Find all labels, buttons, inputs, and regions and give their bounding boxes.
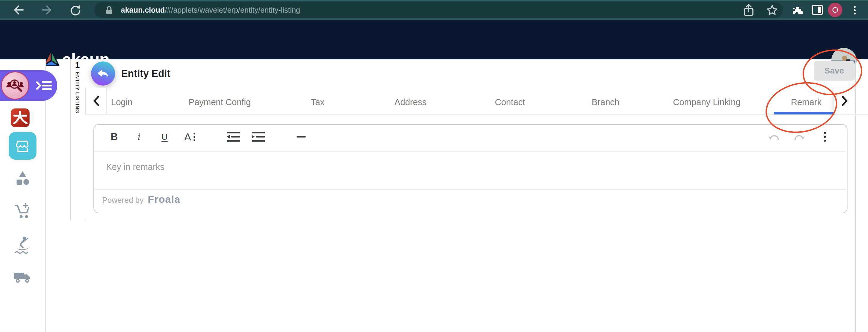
side-panel-icon	[811, 4, 824, 15]
undo-icon	[768, 133, 780, 141]
url-text: akaun.cloud/#/applets/wavelet/erp/entity…	[121, 2, 300, 18]
sidebar-applet-surfing[interactable]	[13, 236, 32, 254]
add-shopping-cart-icon	[14, 202, 31, 219]
sidebar-applet-dai[interactable]	[11, 108, 30, 127]
indent-icon	[252, 132, 265, 142]
editor-more-button[interactable]	[824, 131, 826, 142]
powered-by-text: Powered by	[102, 196, 144, 205]
browser-forward-button[interactable]	[41, 4, 53, 16]
underline-icon: U	[161, 132, 168, 142]
browser-profile-avatar[interactable]: O	[828, 3, 842, 17]
bold-button[interactable]: B	[111, 131, 118, 142]
text-options-icon: A	[184, 131, 191, 143]
strip-border-right	[85, 59, 85, 220]
puzzle-icon	[792, 4, 803, 16]
outdent-button[interactable]	[227, 132, 240, 142]
back-button[interactable]	[91, 62, 115, 86]
share-button[interactable]	[742, 4, 755, 17]
editor-footer: Powered by Froala	[102, 193, 180, 205]
redo-button[interactable]	[794, 133, 805, 141]
tab-scroll-left-button[interactable]	[85, 88, 107, 114]
kebab-menu-icon	[852, 4, 858, 17]
tab-scroll-right-button[interactable]	[834, 88, 855, 114]
menu-open-button[interactable]	[36, 78, 53, 93]
sidebar-applet-add-cart[interactable]	[14, 202, 31, 219]
browser-back-button[interactable]	[13, 4, 25, 16]
redo-icon	[794, 133, 805, 141]
tab-company-linking[interactable]: Company Linking	[673, 90, 741, 114]
lock-icon	[105, 6, 113, 15]
italic-button[interactable]: i	[138, 131, 141, 142]
tab-address[interactable]: Address	[395, 90, 427, 114]
remark-editor: B i U A	[93, 124, 847, 213]
menu-open-icon	[36, 78, 53, 93]
active-applet-badge[interactable]	[0, 70, 57, 101]
bold-icon: B	[111, 131, 118, 142]
page-title: Entity Edit	[121, 62, 170, 86]
more-options-icon	[824, 131, 826, 142]
froala-logo[interactable]: Froala	[148, 193, 180, 205]
strip-border-left	[70, 59, 71, 220]
star-icon	[766, 4, 778, 16]
tabbar-divider	[85, 114, 868, 114]
tab-contact[interactable]: Contact	[495, 90, 525, 114]
browser-menu-button[interactable]	[852, 4, 858, 17]
save-button[interactable]: Save	[814, 61, 855, 81]
truck-icon	[13, 271, 32, 285]
underline-button[interactable]: U	[161, 132, 168, 142]
breadcrumb-index: 1	[70, 61, 85, 70]
active-tab-underline	[774, 112, 835, 114]
tab-tax[interactable]: Tax	[311, 90, 324, 114]
text-options-dots-icon	[193, 132, 195, 142]
people-search-icon	[6, 76, 24, 95]
extensions-button[interactable]	[792, 4, 803, 16]
indent-button[interactable]	[252, 132, 265, 142]
app-header: akaun	[0, 20, 868, 59]
url-path: /#/applets/wavelet/erp/entity/entity-lis…	[165, 6, 300, 14]
tab-payment-config[interactable]: Payment Config	[189, 90, 251, 114]
browser-refresh-button[interactable]	[69, 4, 81, 16]
url-host: akaun.cloud	[121, 6, 165, 14]
chevron-right-icon	[841, 96, 848, 106]
chevron-left-icon	[93, 96, 100, 106]
chrome-accent-strip	[0, 0, 868, 1]
undo-button[interactable]	[768, 133, 780, 141]
surfing-icon	[13, 236, 32, 254]
side-panel-button[interactable]	[811, 4, 824, 15]
tab-remark[interactable]: Remark	[791, 90, 822, 114]
sidebar-applet-shapes[interactable]	[13, 170, 32, 188]
storefront-icon	[14, 137, 31, 155]
address-bar[interactable]: akaun.cloud/#/applets/wavelet/erp/entity…	[94, 2, 783, 18]
share-icon	[742, 4, 755, 17]
forward-arrow-icon	[41, 4, 53, 16]
dai-character-icon	[12, 110, 28, 126]
refresh-icon	[69, 4, 81, 16]
text-options-button[interactable]: A	[184, 131, 195, 143]
back-arrow-icon	[13, 4, 25, 16]
breadcrumb-label[interactable]: ENTITY LISTING	[74, 72, 80, 113]
tab-login[interactable]: Login	[111, 90, 133, 114]
bookmark-button[interactable]	[766, 4, 778, 16]
browser-chrome: akaun.cloud/#/applets/wavelet/erp/entity…	[0, 0, 868, 20]
reply-back-icon	[96, 68, 110, 79]
editor-content-area[interactable]: Key in remarks	[94, 152, 847, 189]
tab-branch[interactable]: Branch	[592, 90, 619, 114]
sidebar-applet-storefront[interactable]	[9, 132, 36, 160]
horizontal-line-icon	[297, 136, 306, 138]
entity-applet-button[interactable]	[1, 71, 29, 100]
italic-icon: i	[138, 131, 141, 142]
outdent-icon	[227, 132, 240, 142]
sidebar-applet-shipping[interactable]	[13, 271, 32, 285]
footer-divider	[95, 189, 846, 190]
content-right-border	[855, 59, 856, 332]
horizontal-line-button[interactable]	[297, 136, 306, 138]
shapes-icon	[13, 170, 32, 188]
editor-placeholder: Key in remarks	[106, 162, 164, 172]
